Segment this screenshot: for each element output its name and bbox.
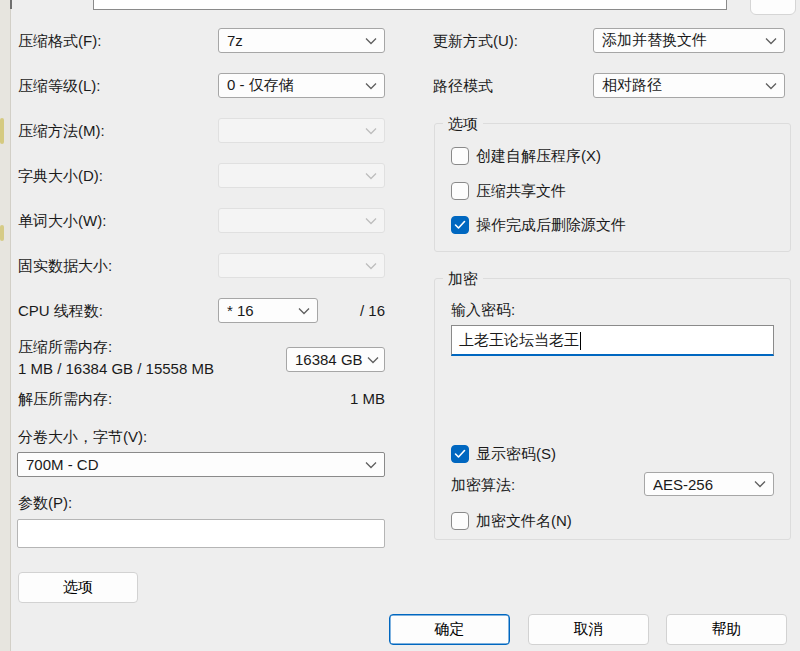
archive-name-input[interactable] [93,0,727,10]
create-sfx-label: 创建自解压程序(X) [476,147,601,165]
format-value: 7z [227,32,243,49]
create-sfx-checkbox-row[interactable]: 创建自解压程序(X) [451,147,601,165]
update-mode-combobox[interactable]: 添加并替换文件 [593,28,785,53]
memory-decompress-value: 1 MB [300,388,385,410]
text-cursor [580,332,581,350]
encryption-group: 加密 输入密码: 上老王论坛当老王 显示密码(S) 加密算法: AES-256 … [434,278,791,540]
cpu-threads-combobox[interactable]: * 16 [218,298,318,323]
parameters-label: 参数(P): [18,492,72,514]
chevron-down-icon [365,37,377,45]
options-group: 选项 创建自解压程序(X) 压缩共享文件 操作完成后删除源文件 [434,123,791,252]
word-size-label: 单词大小(W): [18,208,106,233]
encryption-method-label: 加密算法: [451,473,515,497]
update-mode-value: 添加并替换文件 [602,31,707,50]
method-label: 压缩方法(M): [18,118,105,143]
format-combobox[interactable]: 7z [218,28,385,53]
chevron-down-icon [765,37,777,45]
update-mode-label: 更新方式(U): [433,28,518,53]
delete-after-checkbox[interactable] [451,216,469,234]
show-password-checkbox-row[interactable]: 显示密码(S) [451,445,556,463]
compress-shared-label: 压缩共享文件 [476,182,566,200]
help-button[interactable]: 帮助 [666,614,787,645]
chevron-down-icon [765,82,777,90]
left-edge-highlight [0,225,4,241]
volume-size-value: 700M - CD [26,456,99,473]
level-combobox[interactable]: 0 - 仅存储 [218,73,385,98]
cpu-threads-max: / 16 [340,298,385,323]
memory-compress-combobox[interactable]: 16384 GB [286,347,385,372]
volume-size-combobox[interactable]: 700M - CD [17,452,385,477]
show-password-checkbox[interactable] [451,445,469,463]
cancel-button[interactable]: 取消 [528,614,649,645]
create-sfx-checkbox[interactable] [451,147,469,165]
show-password-label: 显示密码(S) [476,445,556,463]
clipped-control-edge [10,0,12,9]
word-size-combobox [218,208,385,233]
path-mode-value: 相对路径 [602,76,662,95]
solid-block-label: 固实数据大小: [18,253,112,278]
dictionary-label: 字典大小(D): [18,163,103,188]
format-label: 压缩格式(F): [18,28,101,53]
volume-size-label: 分卷大小，字节(V): [18,426,147,448]
password-input[interactable]: 上老王论坛当老王 [451,325,774,356]
encrypt-filenames-label: 加密文件名(N) [476,512,572,530]
encryption-method-value: AES-256 [653,476,713,493]
archive-dialog: { "accent": "#0067c0", "top": { "archive… [0,0,800,651]
encryption-group-title: 加密 [443,268,483,290]
encrypt-filenames-checkbox-row[interactable]: 加密文件名(N) [451,512,572,530]
chevron-down-icon [754,480,766,488]
browse-button[interactable] [750,0,796,15]
cpu-threads-value: * 16 [227,302,254,319]
parameters-input[interactable] [17,519,385,548]
path-mode-combobox[interactable]: 相对路径 [593,73,785,98]
encryption-method-combobox[interactable]: AES-256 [644,472,774,496]
memory-compress-detail: 1 MB / 16384 GB / 15558 MB [18,358,214,380]
ok-button[interactable]: 确定 [389,614,510,645]
chevron-down-icon [367,356,379,364]
chevron-down-icon [365,172,377,180]
compress-shared-checkbox-row[interactable]: 压缩共享文件 [451,182,566,200]
compress-shared-checkbox[interactable] [451,182,469,200]
password-label: 输入密码: [451,299,515,321]
chevron-down-icon [298,307,310,315]
options-button[interactable]: 选项 [18,572,138,603]
delete-after-label: 操作完成后删除源文件 [476,216,626,234]
left-edge-strip [0,0,11,651]
dictionary-combobox [218,163,385,188]
encrypt-filenames-checkbox[interactable] [451,512,469,530]
level-value: 0 - 仅存储 [227,76,294,95]
memory-compress-value: 16384 GB [295,351,363,368]
solid-block-combobox [218,253,385,278]
options-group-title: 选项 [443,113,483,135]
left-edge-highlight [0,118,4,144]
path-mode-label: 路径模式 [433,73,493,98]
memory-compress-label: 压缩所需内存: [18,336,112,358]
chevron-down-icon [365,217,377,225]
method-combobox [218,118,385,143]
memory-decompress-label: 解压所需内存: [18,388,112,410]
chevron-down-icon [365,461,377,469]
chevron-down-icon [365,127,377,135]
delete-after-checkbox-row[interactable]: 操作完成后删除源文件 [451,216,626,234]
chevron-down-icon [365,262,377,270]
cpu-threads-label: CPU 线程数: [18,298,103,323]
chevron-down-icon [365,82,377,90]
level-label: 压缩等级(L): [18,73,101,98]
password-value: 上老王论坛当老王 [459,331,579,348]
